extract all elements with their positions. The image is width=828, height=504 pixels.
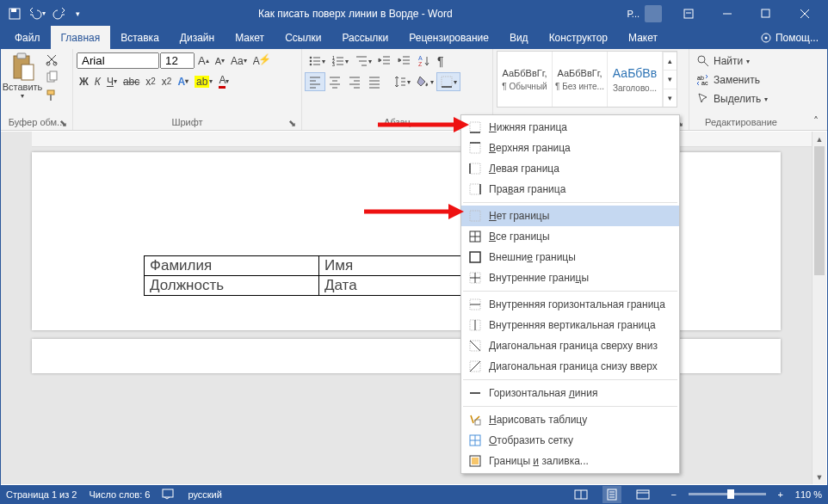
border-menu-item[interactable]: Правая граница xyxy=(461,179,679,200)
bullets-button[interactable]: ▾ xyxy=(306,52,328,70)
tab-view[interactable]: Вид xyxy=(499,26,539,49)
format-painter-button[interactable] xyxy=(42,87,61,104)
tab-review[interactable]: Рецензирование xyxy=(399,26,499,49)
border-menu-item[interactable]: Верхняя граница xyxy=(461,138,679,158)
word-count[interactable]: Число слов: 6 xyxy=(89,489,150,500)
scroll-track[interactable] xyxy=(813,146,826,470)
table-cell[interactable]: Должность xyxy=(145,276,319,296)
highlight-button[interactable]: ab▾ xyxy=(192,74,215,89)
language-indicator[interactable]: русский xyxy=(188,489,221,500)
tab-mailings[interactable]: Рассылки xyxy=(331,26,399,49)
border-menu-item[interactable]: Границы и заливка... xyxy=(461,451,679,471)
tab-table-layout[interactable]: Макет xyxy=(618,26,668,49)
save-button[interactable] xyxy=(4,3,25,24)
font-name-input[interactable] xyxy=(77,52,159,69)
ribbon-options-button[interactable] xyxy=(669,1,708,26)
font-color-button[interactable]: A▾ xyxy=(216,72,232,90)
tab-references[interactable]: Ссылки xyxy=(275,26,331,49)
style-no-spacing[interactable]: АаБбВвГг,¶ Без инте... xyxy=(553,52,608,107)
superscript-button[interactable]: x2 xyxy=(159,74,175,89)
shrink-font-button[interactable]: A▾ xyxy=(213,54,227,68)
undo-button[interactable]: ▾ xyxy=(27,3,47,24)
spellcheck-icon[interactable] xyxy=(162,488,176,501)
show-marks-button[interactable]: ¶ xyxy=(435,52,447,70)
align-left-button[interactable] xyxy=(306,73,324,90)
paste-button[interactable]: Вставить ▾ xyxy=(4,51,40,108)
border-menu-item[interactable]: Внешние границы xyxy=(461,247,679,267)
border-menu-item[interactable]: Диагональная граница сверху вниз xyxy=(461,335,679,356)
print-layout-button[interactable] xyxy=(602,486,621,503)
clipboard-dialog-launcher[interactable]: ⬊ xyxy=(57,117,69,129)
style-gallery[interactable]: АаБбВвГг,¶ Обычный АаБбВвГг,¶ Без инте..… xyxy=(497,51,677,108)
copy-button[interactable] xyxy=(42,69,61,86)
border-menu-item[interactable]: Внутренняя горизонтальная граница xyxy=(461,294,679,315)
border-menu-item[interactable]: Внутренние границы xyxy=(461,267,679,288)
change-case-button[interactable]: Aa▾ xyxy=(228,53,250,69)
zoom-slider[interactable] xyxy=(689,493,766,495)
clear-format-button[interactable]: A⚡ xyxy=(250,53,263,69)
font-dialog-launcher[interactable]: ⬊ xyxy=(286,117,298,129)
customize-qat-button[interactable]: ▾ xyxy=(71,3,83,24)
numbering-button[interactable]: 123▾ xyxy=(329,52,351,70)
scroll-down-button[interactable]: ▼ xyxy=(813,470,826,484)
tab-table-design[interactable]: Конструктор xyxy=(539,26,618,49)
style-normal[interactable]: АаБбВвГг,¶ Обычный xyxy=(497,52,553,107)
bold-button[interactable]: Ж xyxy=(77,74,91,89)
align-center-button[interactable] xyxy=(325,73,344,90)
style-heading1[interactable]: АаБбВвЗаголово... xyxy=(608,52,663,107)
line-spacing-button[interactable]: ▾ xyxy=(391,73,413,90)
border-menu-item[interactable]: Левая граница xyxy=(461,158,679,179)
shading-button[interactable]: ▾ xyxy=(414,73,436,90)
border-menu-item[interactable]: Нижняя граница xyxy=(461,117,679,138)
table-cell[interactable]: Фамилия xyxy=(145,256,319,276)
subscript-button[interactable]: x2 xyxy=(143,74,158,89)
tab-home[interactable]: Главная xyxy=(51,26,111,49)
border-menu-item[interactable]: Все границы xyxy=(461,226,679,247)
vertical-scrollbar[interactable]: ▲ ▼ xyxy=(812,132,826,484)
borders-button[interactable]: ▾ xyxy=(437,73,460,90)
web-layout-button[interactable] xyxy=(633,486,652,503)
sort-button[interactable]: AZ xyxy=(415,52,434,70)
replace-button[interactable]: abacЗаменить xyxy=(693,71,763,89)
close-button[interactable] xyxy=(785,1,824,26)
zoom-level[interactable]: 110 % xyxy=(795,489,822,500)
tab-layout[interactable]: Макет xyxy=(225,26,275,49)
redo-button[interactable] xyxy=(49,3,70,24)
cut-button[interactable] xyxy=(42,51,61,68)
scroll-thumb[interactable] xyxy=(814,146,825,275)
tell-me[interactable]: Помощ... xyxy=(751,26,827,49)
collapse-ribbon-button[interactable]: ˄ xyxy=(808,114,824,128)
zoom-out-button[interactable]: − xyxy=(664,486,683,503)
underline-button[interactable]: Ч▾ xyxy=(104,74,120,89)
find-button[interactable]: Найти▾ xyxy=(693,52,753,70)
multilevel-button[interactable]: ▾ xyxy=(352,52,374,70)
style-gallery-more[interactable]: ▴▾▾ xyxy=(663,52,677,107)
strike-button[interactable]: abc xyxy=(120,74,142,89)
justify-button[interactable] xyxy=(365,73,384,90)
border-menu-item[interactable]: Горизонтальная линия xyxy=(461,383,679,403)
border-menu-item[interactable]: Нет границы xyxy=(461,206,679,226)
scroll-up-button[interactable]: ▲ xyxy=(813,132,826,146)
align-right-button[interactable] xyxy=(345,73,364,90)
border-menu-item[interactable]: Внутренняя вертикальная граница xyxy=(461,315,679,335)
tab-insert[interactable]: Вставка xyxy=(110,26,170,49)
maximize-button[interactable] xyxy=(746,1,785,26)
border-menu-item[interactable]: Нарисовать таблицу xyxy=(461,409,679,430)
decrease-indent-button[interactable] xyxy=(375,52,394,70)
font-size-input[interactable] xyxy=(160,52,195,69)
italic-button[interactable]: К xyxy=(92,74,103,89)
minimize-button[interactable] xyxy=(708,1,746,26)
user-account[interactable]: Р... xyxy=(627,5,662,22)
increase-indent-button[interactable] xyxy=(395,52,414,70)
border-icon xyxy=(468,182,482,196)
zoom-in-button[interactable]: + xyxy=(771,486,790,503)
border-menu-item[interactable]: Диагональная граница снизу вверх xyxy=(461,356,679,377)
tab-file[interactable]: Файл xyxy=(4,26,51,49)
page-indicator[interactable]: Страница 1 из 2 xyxy=(6,489,77,500)
read-mode-button[interactable] xyxy=(572,486,590,503)
select-button[interactable]: Выделить▾ xyxy=(693,90,771,108)
border-menu-item[interactable]: Отобразить сетку xyxy=(461,430,679,451)
grow-font-button[interactable]: A▴ xyxy=(195,52,212,69)
text-effects-button[interactable]: A▾ xyxy=(175,74,191,89)
tab-design[interactable]: Дизайн xyxy=(170,26,225,49)
